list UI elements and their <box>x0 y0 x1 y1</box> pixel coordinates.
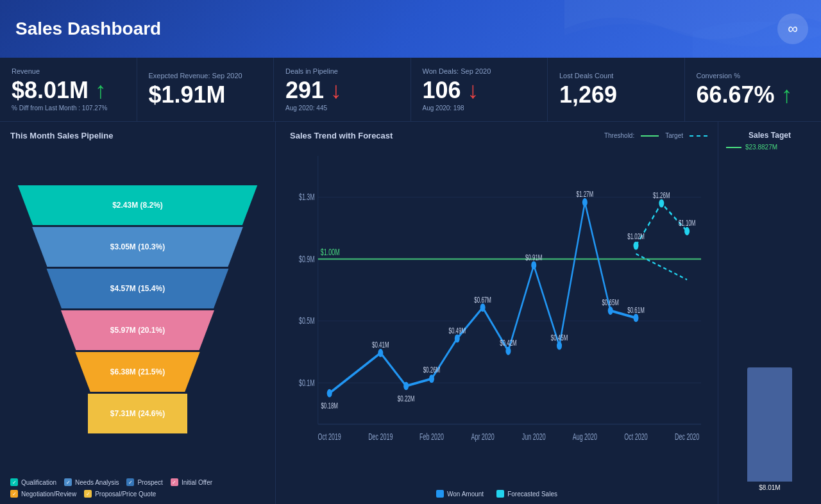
kpi-conversion: Conversion % 66.67% ↑ <box>685 58 822 121</box>
svg-line-20 <box>636 254 688 280</box>
bar-label-revenue: $8.01M <box>759 484 780 491</box>
svg-point-22 <box>378 349 383 357</box>
target-line-icon <box>726 147 741 148</box>
svg-point-32 <box>634 314 639 322</box>
legend-dot-2: ✓ <box>126 478 134 486</box>
svg-point-31 <box>608 307 613 315</box>
legend-dot-1: ✓ <box>64 478 72 486</box>
funnel-title: This Month Sales Pipeline <box>6 131 269 140</box>
funnel-segment-2: $4.57M (15.4%) <box>43 269 233 308</box>
kpi-row: Revenue $8.01M ↑ % Diff from Last Month … <box>0 58 821 122</box>
threshold-label: Threshold: <box>604 132 634 139</box>
svg-text:Dec 2020: Dec 2020 <box>675 431 700 442</box>
svg-text:Aug 2020: Aug 2020 <box>573 431 598 442</box>
legend-item-4: ✓ Negotiation/Review <box>10 490 76 498</box>
svg-point-23 <box>403 382 409 390</box>
svg-text:Feb 2020: Feb 2020 <box>419 431 444 442</box>
legend-label-3: Initial Offer <box>182 479 212 486</box>
bar-fill-revenue <box>747 367 792 482</box>
svg-text:$1.27M: $1.27M <box>577 189 594 198</box>
svg-text:$0.49M: $0.49M <box>449 326 466 335</box>
won-amount-label: Won Amount <box>447 491 484 498</box>
won-amount-legend: Won Amount <box>436 490 484 498</box>
svg-text:$1.02M: $1.02M <box>627 231 645 240</box>
legend-item-2: ✓ Prospect <box>126 478 162 486</box>
svg-point-35 <box>684 227 690 235</box>
svg-text:$1.26M: $1.26M <box>653 190 670 199</box>
funnel-segment-1: $3.05M (10.3%) <box>28 227 247 267</box>
svg-text:Apr 2020: Apr 2020 <box>471 431 495 442</box>
svg-point-34 <box>659 199 664 208</box>
header: Sales Dashboard ∞ <box>0 0 821 58</box>
svg-point-21 <box>327 389 332 398</box>
chart-legend: Won Amount Forecasted Sales <box>286 490 707 498</box>
funnel-legend: ✓ Qualification ✓ Needs Analysis ✓ Prosp… <box>6 478 269 498</box>
svg-text:$1.10M: $1.10M <box>679 218 696 227</box>
funnel-chart: $2.43M (8.2%)$3.05M (10.3%)$4.57M (15.4%… <box>6 147 269 472</box>
page-title: Sales Dashboard <box>15 19 161 39</box>
legend-item-5: ✓ Proposal/Price Quote <box>84 490 156 498</box>
kpi-revenue: Revenue $8.01M ↑ % Diff from Last Month … <box>0 58 137 121</box>
trend-title: Sales Trend with Forecast <box>286 131 393 140</box>
kpi-lost-deals: Lost Deals Count 1,269 <box>548 58 685 121</box>
legend-label-1: Needs Analysis <box>75 479 119 486</box>
svg-text:$0.1M: $0.1M <box>299 378 315 389</box>
legend-item-1: ✓ Needs Analysis <box>64 478 119 486</box>
bar-wrapper: $8.01M <box>747 156 792 491</box>
svg-point-30 <box>582 198 588 206</box>
svg-point-24 <box>429 374 434 383</box>
funnel-panel: This Month Sales Pipeline $2.43M (8.2%)$… <box>0 122 276 504</box>
trend-chart-area: $1.3M $0.9M $0.5M $0.1M Oct 2019 Dec 201… <box>286 146 707 486</box>
kpi-won-deals: Won Deals: Sep 2020 106 ↓ Aug 2020: 198 <box>411 58 548 121</box>
target-panel: Sales Taget $23.8827M $8.01M <box>718 122 821 504</box>
trend-chart-svg: $1.3M $0.9M $0.5M $0.1M Oct 2019 Dec 201… <box>286 146 707 486</box>
svg-point-28 <box>531 261 536 269</box>
target-label: Target <box>665 132 683 139</box>
legend-label-2: Prospect <box>137 479 162 486</box>
svg-text:$0.41M: $0.41M <box>372 340 389 349</box>
svg-text:$1.00M: $1.00M <box>321 246 340 257</box>
svg-text:$0.22M: $0.22M <box>398 394 415 403</box>
funnel-segment-3: $5.97M (20.1%) <box>58 310 217 350</box>
won-amount-color <box>436 490 444 498</box>
target-dashed-icon <box>690 135 707 137</box>
svg-point-27 <box>505 347 511 355</box>
svg-text:$0.26M: $0.26M <box>423 365 441 374</box>
svg-text:$0.5M: $0.5M <box>299 315 315 326</box>
svg-point-33 <box>634 242 639 250</box>
forecast-legend: Forecasted Sales <box>496 490 557 498</box>
legend-dot-0: ✓ <box>10 478 18 486</box>
legend-dot-3: ✓ <box>171 478 178 486</box>
svg-point-29 <box>557 342 562 350</box>
logo: ∞ <box>777 13 808 44</box>
threshold-legend: Threshold: Target <box>604 132 707 139</box>
svg-text:$0.42M: $0.42M <box>500 338 517 347</box>
sales-target-title: Sales Taget <box>726 131 813 140</box>
forecast-label: Forecasted Sales <box>507 491 557 498</box>
svg-text:Oct 2019: Oct 2019 <box>318 431 342 442</box>
legend-item-0: ✓ Qualification <box>10 478 56 486</box>
svg-text:Dec 2019: Dec 2019 <box>368 431 393 442</box>
svg-text:$1.3M: $1.3M <box>299 192 315 203</box>
trend-panel: Sales Trend with Forecast Threshold: Tar… <box>276 122 718 504</box>
svg-text:$0.18M: $0.18M <box>321 401 338 410</box>
kpi-deals-pipeline: Deals in Pipeline 291 ↓ Aug 2020: 445 <box>274 58 411 121</box>
legend-dot-5: ✓ <box>84 490 92 498</box>
svg-text:$0.9M: $0.9M <box>299 254 315 265</box>
bar-col-revenue: $8.01M <box>747 156 792 491</box>
legend-label-0: Qualification <box>21 479 56 486</box>
trend-header: Sales Trend with Forecast Threshold: Tar… <box>286 131 707 140</box>
svg-point-26 <box>480 303 486 312</box>
funnel-segment-5: $7.31M (24.6%) <box>88 394 188 433</box>
legend-label-4: Negotiation/Review <box>21 491 76 498</box>
svg-text:$0.91M: $0.91M <box>525 253 543 262</box>
legend-label-5: Proposal/Price Quote <box>95 491 156 498</box>
svg-text:$0.67M: $0.67M <box>474 295 491 304</box>
bar-chart: $8.01M <box>726 156 813 498</box>
target-amount: $23.8827M <box>745 144 777 151</box>
forecast-color <box>496 490 504 498</box>
svg-text:$0.65M: $0.65M <box>602 298 619 307</box>
svg-point-25 <box>455 334 460 342</box>
svg-text:$0.61M: $0.61M <box>627 305 645 314</box>
funnel-segment-4: $6.38M (21.5%) <box>72 352 202 392</box>
